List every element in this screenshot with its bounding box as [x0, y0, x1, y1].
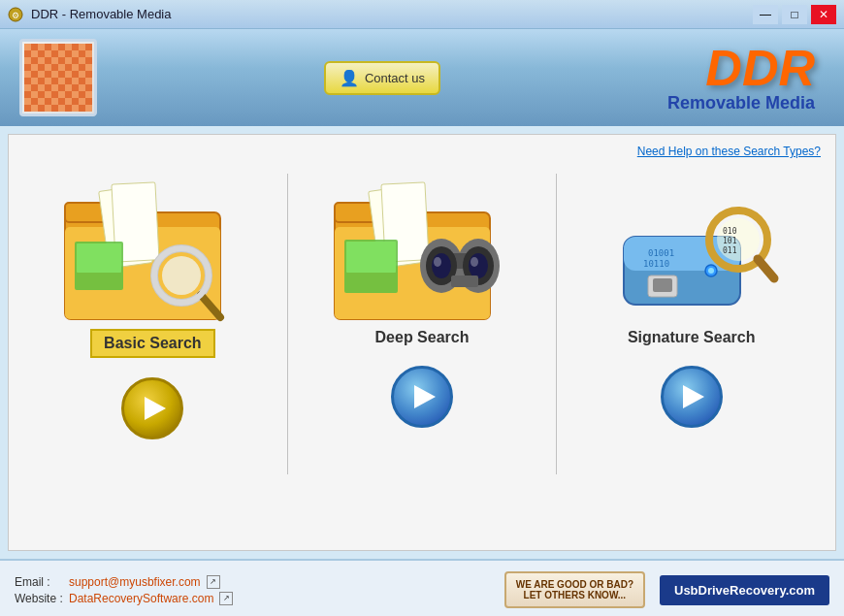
svg-text:101: 101	[723, 237, 737, 245]
play-icon	[414, 385, 436, 408]
email-link[interactable]: support@myusbfixer.com	[69, 575, 201, 589]
feedback-line1: WE ARE GOOD OR BAD?	[516, 579, 633, 590]
main-area: Need Help on these Search Types?	[8, 134, 836, 551]
logo-pattern	[24, 44, 92, 112]
signature-search-option: 01001 10110 010 101 011 Signature Search	[557, 154, 826, 494]
contact-button[interactable]: 👤 Contact us	[324, 61, 440, 95]
play-icon	[145, 397, 166, 420]
svg-point-10	[162, 256, 201, 295]
basic-search-option: Basic Search	[18, 154, 287, 494]
app-logo	[19, 39, 97, 116]
svg-text:⚙: ⚙	[12, 11, 19, 20]
external-link-icon[interactable]: ↗	[207, 575, 220, 589]
feedback-line2: LET OTHERS KNOW...	[516, 590, 633, 600]
external-link-icon-2[interactable]: ↗	[219, 592, 233, 605]
window-title: DDR - Removable Media	[31, 7, 172, 21]
usb-badge[interactable]: UsbDriveRecovery.com	[660, 575, 829, 605]
app-icon: ⚙	[8, 7, 23, 22]
email-row: Email : support@myusbfixer.com ↗	[15, 575, 233, 589]
titlebar-controls: — □ ✕	[753, 5, 836, 24]
play-icon	[683, 385, 704, 408]
titlebar-left: ⚙ DDR - Removable Media	[8, 7, 172, 22]
svg-point-25	[432, 253, 451, 278]
basic-search-play-button[interactable]	[121, 377, 183, 439]
svg-point-35	[708, 268, 714, 274]
brand: DDR Removable Media	[667, 43, 815, 113]
svg-rect-8	[77, 243, 121, 273]
contact-icon: 👤	[340, 69, 359, 87]
footer-links: Email : support@myusbfixer.com ↗ Website…	[15, 572, 233, 608]
feedback-button[interactable]: WE ARE GOOD OR BAD? LET OTHERS KNOW...	[504, 571, 645, 608]
email-label: Email :	[15, 575, 63, 589]
deep-search-play-button[interactable]	[391, 366, 453, 428]
titlebar: ⚙ DDR - Removable Media — □ ✕	[0, 0, 844, 29]
minimize-button[interactable]: —	[753, 5, 778, 24]
deep-search-icon	[325, 174, 519, 329]
deep-search-label: Deep Search	[375, 329, 470, 346]
svg-rect-29	[451, 276, 478, 287]
svg-text:01001: 01001	[648, 248, 674, 258]
header: 👤 Contact us DDR Removable Media	[0, 29, 844, 126]
signature-search-label: Signature Search	[628, 329, 756, 346]
brand-subtitle: Removable Media	[667, 93, 815, 113]
signature-search-icon: 01001 10110 010 101 011	[595, 174, 789, 329]
svg-text:10110: 10110	[643, 259, 669, 269]
svg-rect-33	[653, 278, 672, 292]
svg-point-27	[434, 257, 441, 267]
website-link[interactable]: DataRecoverySoftware.com	[69, 592, 213, 605]
brand-title: DDR	[667, 43, 815, 93]
svg-point-26	[469, 253, 488, 278]
website-row: Website : DataRecoverySoftware.com ↗	[15, 592, 233, 605]
basic-search-label: Basic Search	[90, 329, 215, 358]
svg-text:011: 011	[723, 246, 737, 255]
deep-search-option: Deep Search	[288, 154, 557, 494]
search-options: Basic Search	[9, 135, 835, 513]
svg-text:010: 010	[723, 227, 737, 236]
svg-point-28	[471, 257, 478, 267]
signature-search-play-button[interactable]	[661, 366, 723, 428]
close-button[interactable]: ✕	[811, 5, 836, 24]
maximize-button[interactable]: □	[782, 5, 807, 24]
svg-line-40	[758, 259, 774, 278]
basic-search-icon	[55, 174, 249, 329]
svg-rect-19	[346, 242, 396, 273]
footer: Email : support@myusbfixer.com ↗ Website…	[0, 559, 844, 616]
website-label: Website :	[15, 592, 63, 605]
contact-label: Contact us	[365, 71, 425, 85]
